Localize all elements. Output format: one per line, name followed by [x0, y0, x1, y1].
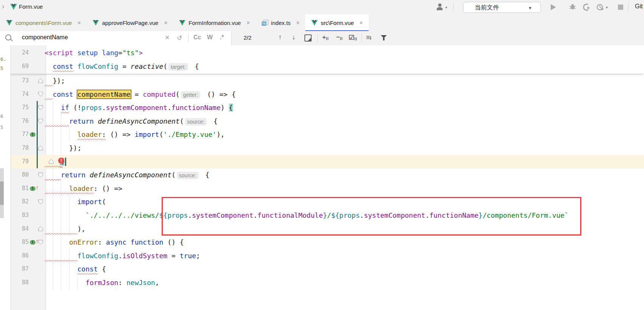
code-line[interactable]: 79! } — [11, 155, 644, 169]
code-line[interactable]: 78 }); — [0, 141, 644, 155]
search-history-icon[interactable]: ↺ — [177, 34, 182, 42]
fold-toggle-icon[interactable] — [38, 146, 43, 150]
code-text[interactable]: loader: () => — [45, 182, 122, 195]
next-match-button[interactable]: ↓ — [292, 33, 295, 41]
more-run-options-dropdown-icon[interactable]: ▾ — [606, 5, 608, 9]
tab-close-icon[interactable]: ✕ — [296, 20, 300, 26]
code-text[interactable]: ), — [45, 222, 85, 236]
run-configuration-select[interactable]: 当前文件 ▼ — [463, 2, 541, 13]
code-text[interactable]: loader: () => import('./Empty.vue'), — [45, 128, 225, 141]
code-text[interactable]: const { — [45, 262, 106, 276]
error-intention-icon[interactable]: ! — [58, 158, 64, 164]
code-line[interactable]: 77I↑ loader: () => import('./Empty.vue')… — [0, 128, 644, 141]
code-text[interactable]: const flowConfig = reactive(target: { — [45, 60, 199, 74]
code-line[interactable]: 73 }); — [0, 74, 644, 88]
code-text[interactable]: return defineAsyncComponent(source: { — [45, 168, 209, 183]
line-number[interactable]: 84 — [11, 222, 29, 236]
code-line[interactable]: 80 return defineAsyncComponent(source: { — [0, 168, 644, 182]
fold-toggle-icon[interactable] — [38, 172, 43, 177]
previous-match-button[interactable]: ↑ — [278, 33, 282, 41]
user-dropdown-icon[interactable]: ▾ — [445, 5, 447, 9]
select-all-occurrences-button[interactable]: ☑II — [349, 34, 357, 42]
left-scrollbar-track[interactable] — [0, 168, 4, 218]
code-line[interactable]: 74 const componentName = computed(getter… — [0, 88, 644, 101]
stop-button-icon[interactable] — [618, 5, 623, 10]
line-number[interactable]: 78 — [11, 141, 29, 155]
line-number[interactable]: 80 — [11, 168, 29, 182]
tab-close-icon[interactable]: ✕ — [164, 20, 168, 26]
implementation-gutter-icon[interactable]: I — [30, 240, 36, 245]
line-number[interactable]: 83 — [11, 209, 29, 222]
code-text[interactable]: import( — [45, 195, 106, 209]
code-text[interactable]: flowConfig.isOldSystem = true; — [45, 249, 200, 263]
code-text[interactable]: if (!props.systemComponent.functionName)… — [45, 101, 233, 115]
line-number[interactable]: 82 — [11, 195, 29, 209]
code-token: ( — [180, 117, 184, 125]
code-line[interactable]: 69 const flowConfig = reactive(target: { — [0, 60, 644, 73]
code-line[interactable]: 85I↑ onError: async function () { — [0, 236, 644, 249]
git-menu[interactable]: Git — [635, 3, 642, 10]
debug-bug-icon[interactable] — [569, 3, 576, 11]
editor-tab[interactable]: components\Form.vue✕ — [0, 14, 86, 31]
tab-close-icon[interactable]: ✕ — [359, 20, 363, 26]
left-scrollbar-thumb[interactable] — [0, 181, 4, 205]
clear-search-icon[interactable]: ✕ — [165, 34, 170, 41]
code-text[interactable]: formJson: newJson, — [45, 276, 159, 290]
code-text[interactable]: onError: async function () { — [45, 236, 184, 249]
tab-close-icon[interactable]: ✕ — [246, 20, 250, 26]
fold-toggle-icon[interactable] — [38, 199, 43, 204]
search-query-text[interactable]: componentName — [22, 34, 68, 41]
fold-toggle-icon[interactable] — [38, 92, 43, 97]
line-number[interactable]: 88 — [11, 276, 29, 290]
line-number[interactable]: 86 — [11, 249, 29, 263]
run-button-icon[interactable] — [551, 4, 556, 10]
fold-toggle-icon[interactable] — [38, 78, 43, 83]
line-number[interactable]: 74 — [11, 88, 29, 101]
regex-toggle[interactable]: .* — [220, 34, 224, 41]
code-line[interactable]: 76 return defineAsyncComponent(source: { — [0, 115, 644, 128]
code-line[interactable]: 24<script setup lang="ts"> — [0, 46, 644, 60]
editor-tab[interactable]: TSindex.ts✕ — [256, 14, 306, 31]
line-number[interactable]: 75 — [11, 101, 29, 115]
code-line[interactable]: 81I↑ loader: () => — [0, 182, 644, 195]
search-in-selection-icon[interactable]: ≡I — [366, 34, 371, 42]
code-text[interactable]: }); — [45, 74, 65, 88]
search-input[interactable]: componentName ✕ ↺ Cc W .* — [0, 31, 232, 45]
line-number[interactable]: 85 — [11, 236, 29, 249]
profiler-icon[interactable] — [582, 3, 591, 11]
code-text[interactable]: const componentName = computed(getter: (… — [45, 88, 236, 102]
editor-tab[interactable]: src\Form.vue✕ — [305, 14, 368, 31]
code-text[interactable]: return defineAsyncComponent(source: { — [45, 115, 218, 129]
fold-toggle-icon[interactable] — [38, 226, 43, 231]
line-number[interactable]: 69 — [11, 60, 29, 73]
implementation-gutter-icon[interactable]: I — [30, 186, 36, 191]
line-number[interactable]: 81 — [11, 182, 29, 195]
line-number[interactable]: 77 — [11, 128, 29, 141]
line-number[interactable]: 24 — [11, 46, 29, 60]
line-number[interactable]: 76 — [11, 115, 29, 128]
user-account-icon[interactable] — [436, 3, 443, 11]
whole-words-toggle[interactable]: W — [207, 34, 213, 41]
code-line[interactable]: 75 if (!props.systemComponent.functionNa… — [0, 101, 644, 115]
tab-close-icon[interactable]: ✕ — [77, 20, 81, 26]
fold-toggle-icon[interactable] — [38, 105, 43, 110]
code-text[interactable]: }); — [45, 141, 82, 155]
match-case-toggle[interactable]: Cc — [193, 34, 201, 41]
editor-tab[interactable]: approveFlowPage.vue✕ — [86, 14, 173, 31]
run-with-coverage-clock-icon[interactable] — [596, 3, 604, 11]
code-line[interactable]: 87 const { — [0, 262, 644, 276]
line-number[interactable]: 79 — [11, 155, 29, 169]
implementation-gutter-icon[interactable]: I — [30, 132, 36, 137]
line-number[interactable]: 73 — [11, 74, 29, 88]
fold-toggle-icon[interactable] — [38, 240, 43, 245]
open-in-find-window-icon[interactable] — [304, 34, 312, 42]
add-occurrence-button[interactable]: +II — [322, 34, 329, 41]
code-line[interactable]: 88 formJson: newJson, — [0, 276, 644, 290]
fold-toggle-icon[interactable] — [38, 119, 43, 124]
code-editor[interactable]: 73 });74 const componentName = computed(… — [0, 45, 644, 310]
remove-occurrence-button[interactable]: −II — [336, 34, 343, 41]
editor-tab[interactable]: FormInformation.vue✕ — [173, 14, 255, 31]
code-line[interactable]: 86 flowConfig.isOldSystem = true; — [0, 249, 644, 263]
code-text[interactable]: <script setup lang="ts"> — [45, 46, 143, 60]
line-number[interactable]: 87 — [11, 262, 29, 276]
